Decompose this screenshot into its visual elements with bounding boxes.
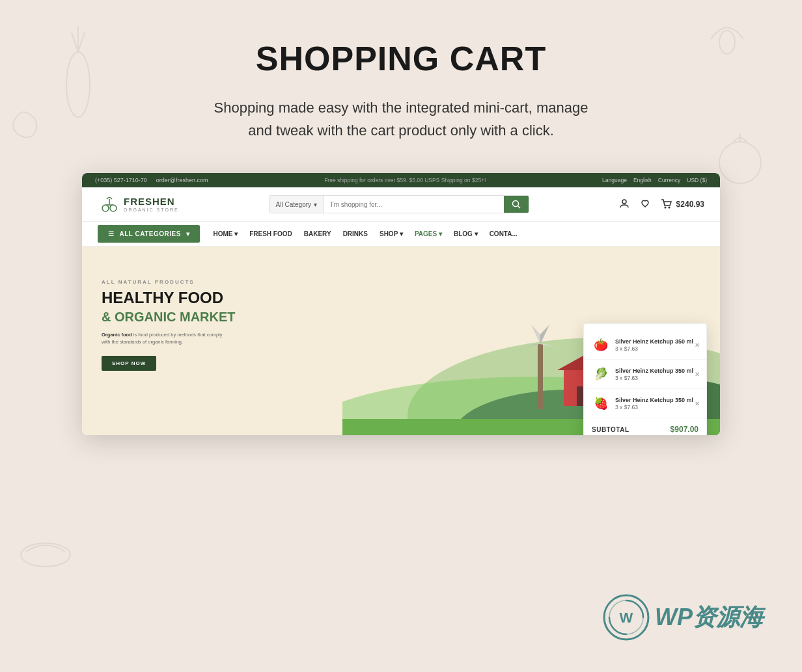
cart-item-3-image: 🍓 [592,394,610,412]
all-categories-label: ALL CATEGORIES [120,230,181,237]
cart-item-1-price: 3 x $7.63 [615,345,698,352]
svg-point-5 [719,142,761,183]
watermark: W WP资源海 [603,594,763,641]
svg-line-3 [78,33,85,52]
chevron-icon: ▾ [186,230,190,237]
subtitle-line2: and tweak with the cart product only wit… [248,122,554,139]
subtitle-line1: Shopping made easy with the integrated m… [214,100,588,116]
deco-bean-left [7,104,46,143]
subtotal-label: SUBTOTAL [592,426,629,433]
subtotal-amount: $907.00 [671,425,698,434]
nav-contact[interactable]: CONTA... [490,230,518,237]
svg-point-7 [21,543,70,567]
user-icon[interactable] [619,198,629,211]
search-bar: All Category ▾ [269,195,529,213]
cart-item-2-info: Silver Heinz Ketchup 350 ml 3 x $7.63 [615,368,698,382]
cart-item-3-remove[interactable]: ✕ [695,400,700,407]
mini-cart-dropdown: 🍅 Silver Heinz Ketchup 350 ml 3 x $7.63 … [583,323,707,435]
currency-value[interactable]: USD ($) [687,177,707,183]
watermark-text: WP资源海 [655,602,763,634]
svg-rect-22 [538,344,543,409]
nav-blog[interactable]: BLOG ▾ [454,230,478,237]
top-bar: (+035) 527-1710-70 order@freshen.com Fre… [82,173,720,187]
all-categories-button[interactable]: ☰ ALL CATEGORIES ▾ [98,225,200,243]
deco-bread-left [20,535,72,568]
svg-point-9 [110,205,117,211]
site-header: FRESHEN ORGANIC STORE All Category ▾ [82,187,720,222]
svg-point-16 [668,207,670,209]
nav-shop[interactable]: SHOP ▾ [380,230,403,237]
logo-area: FRESHEN ORGANIC STORE [98,194,179,215]
cart-item-1-image: 🍅 [592,336,610,354]
cart-amount: $240.93 [676,200,704,209]
page-title: SHOPPING CART [256,39,546,78]
cart-item-3-price: 3 x $7.63 [615,404,698,410]
hero-description: Organic food is food produced by methods… [102,331,232,346]
cart-area[interactable]: $240.93 [661,199,704,209]
top-bar-left: (+035) 527-1710-70 order@freshen.com [95,177,208,183]
nav-links: HOME ▾ FRESH FOOD BAKERY DRINKS SHOP ▾ P… [213,230,517,237]
cart-item-1-info: Silver Heinz Ketchup 350 ml 3 x $7.63 [615,338,698,353]
cart-item-2-name: Silver Heinz Ketchup 350 ml [615,368,698,375]
svg-text:W: W [620,610,633,626]
svg-line-1 [72,33,78,52]
email-text: order@freshen.com [156,177,208,183]
hero-subtitle: & ORGANIC MARKET [102,310,236,325]
svg-point-15 [664,207,666,209]
search-icon [512,200,521,209]
nav-drinks[interactable]: DRINKS [343,230,368,237]
cart-item-2-image: 🥬 [592,365,610,383]
language-value[interactable]: English [633,177,652,183]
wishlist-icon[interactable] [640,198,650,211]
hamburger-icon: ☰ [108,230,115,237]
screenshot-container: (+035) 527-1710-70 order@freshen.com Fre… [82,173,720,435]
svg-point-0 [66,52,90,117]
logo-sub: ORGANIC STORE [124,208,179,213]
phone-text: (+035) 527-1710-70 [95,177,147,183]
hero-badge: ALL NATURAL PRODUCTS [102,279,236,285]
search-category-dropdown[interactable]: All Category ▾ [270,196,324,213]
cart-item-2-remove[interactable]: ✕ [695,371,700,378]
hero-title: HEALTHY FOOD [102,289,236,307]
nav-fresh-food[interactable]: FRESH FOOD [249,230,292,237]
svg-point-4 [719,31,735,54]
hero-section: ALL NATURAL PRODUCTS HEALTHY FOOD & ORGA… [82,247,720,435]
currency-label: Currency [658,177,680,183]
wp-logo-icon: W [603,594,650,641]
search-input[interactable] [324,196,504,213]
cart-icon [661,199,672,209]
cart-subtotal: SUBTOTAL $907.00 [584,418,706,435]
nav-pages[interactable]: PAGES ▾ [415,230,442,237]
cart-item-3-info: Silver Heinz Ketchup 350 ml 3 x $7.63 [615,397,698,411]
shop-now-button[interactable]: SHOP NOW [102,356,156,371]
svg-point-12 [512,201,518,207]
cart-item-2-price: 3 x $7.63 [615,375,698,381]
deco-mushroom-right [704,13,750,59]
search-category-label: All Category [276,201,311,208]
cart-item: 🍓 Silver Heinz Ketchup 350 ml 3 x $7.63 … [584,389,706,418]
deco-carrot-left [52,20,104,124]
svg-point-8 [102,205,109,211]
svg-line-13 [518,206,520,209]
shipping-notice: Free shipping for orders over $59. $5.00… [324,177,486,183]
cart-item-3-name: Silver Heinz Ketchup 350 ml [615,397,698,405]
cart-item: 🥬 Silver Heinz Ketchup 350 ml 3 x $7.63 … [584,360,706,389]
hero-content: ALL NATURAL PRODUCTS HEALTHY FOOD & ORGA… [102,273,236,371]
nav-home[interactable]: HOME ▾ [213,230,238,237]
nav-bakery[interactable]: BAKERY [304,230,331,237]
browser-mockup: (+035) 527-1710-70 order@freshen.com Fre… [82,173,720,435]
hero-desc-bold: Organic food [102,332,132,338]
chevron-down-icon: ▾ [314,201,317,208]
nav-bar: ☰ ALL CATEGORIES ▾ HOME ▾ FRESH FOOD BAK… [82,222,720,247]
top-bar-right: Language English Currency USD ($) [602,177,707,183]
page-wrapper: SHOPPING CART Shopping made easy with th… [0,0,802,672]
header-icons: $240.93 [619,198,704,211]
logo-text: FRESHEN ORGANIC STORE [124,196,179,212]
svg-point-14 [622,200,626,204]
logo-icon [98,194,118,215]
search-button[interactable] [504,196,529,213]
page-subtitle: Shopping made easy with the integrated m… [214,96,588,142]
cart-item-1-remove[interactable]: ✕ [695,342,700,349]
logo-name: FRESHEN [124,196,179,208]
cart-item: 🍅 Silver Heinz Ketchup 350 ml 3 x $7.63 … [584,330,706,360]
